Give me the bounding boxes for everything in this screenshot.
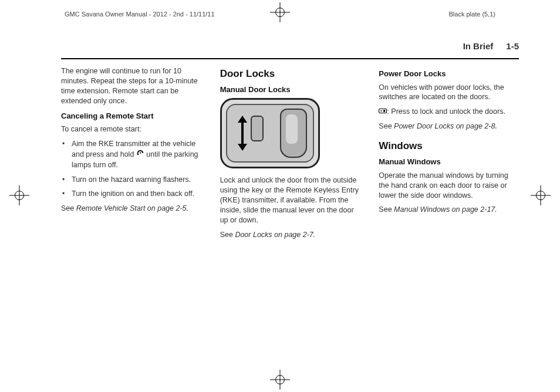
manual-windows-heading: Manual Windows — [379, 157, 519, 167]
canceling-remote-start-heading: Canceling a Remote Start — [61, 111, 201, 121]
manual-lock-body: Lock and unlock the door from the outsid… — [220, 175, 360, 225]
door-locks-heading: Door Locks — [220, 67, 360, 81]
list-item: Turn on the hazard warning flashers. — [61, 175, 201, 185]
see-link-text: Remote Vehicle Start on page 2-5. — [76, 204, 188, 212]
intro-paragraph: The engine will continue to run for 10 m… — [61, 66, 201, 106]
content-frame: In Brief1-5 The engine will continue to … — [61, 41, 519, 245]
running-head: In Brief1-5 — [61, 41, 519, 55]
see-prefix: See — [220, 231, 235, 239]
list-item: Aim the RKE transmitter at the vehicle a… — [61, 139, 201, 170]
power-lock-body-1: On vehicles with power door locks, the s… — [379, 83, 519, 103]
see-link-text: Power Door Locks on page 2-8. — [394, 122, 497, 130]
print-header: GMC Savana Owner Manual - 2012 - 2nd - 1… — [0, 11, 560, 18]
page: GMC Savana Owner Manual - 2012 - 2nd - 1… — [0, 0, 560, 392]
see-prefix: See — [379, 122, 394, 130]
columns: The engine will continue to run for 10 m… — [61, 66, 519, 245]
manual-windows-body: Operate the manual windows by turning th… — [379, 171, 519, 201]
header-left: GMC Savana Owner Manual - 2012 - 2nd - 1… — [65, 11, 215, 18]
column-2: Door Locks Manual Door Locks Lock and un… — [220, 66, 360, 245]
list-item: Turn the ignition on and then back off. — [61, 189, 201, 199]
svg-rect-1 — [384, 110, 386, 112]
see-prefix: See — [379, 205, 394, 214]
registration-mark-bottom — [270, 370, 290, 390]
page-number: 1-5 — [506, 41, 519, 51]
header-rule — [61, 58, 519, 59]
see-reference: See Remote Vehicle Start on page 2-5. — [61, 204, 201, 214]
power-lock-instruction: : Press to lock and unlock the doors. — [379, 107, 519, 117]
registration-mark-left — [9, 185, 29, 205]
column-1: The engine will continue to run for 10 m… — [61, 66, 201, 245]
svg-rect-0 — [379, 109, 387, 113]
cancel-lead: To cancel a remote start: — [61, 124, 201, 134]
up-down-arrow-icon — [238, 116, 247, 151]
see-prefix: See — [61, 204, 76, 212]
manual-door-lock-illustration — [220, 98, 320, 168]
remote-start-icon — [136, 149, 144, 160]
see-reference: See Door Locks on page 2-7. — [220, 230, 360, 240]
see-link-text: Manual Windows on page 2-17. — [394, 205, 497, 214]
power-door-locks-heading: Power Door Locks — [379, 69, 519, 79]
manual-door-locks-heading: Manual Door Locks — [220, 85, 360, 95]
header-right: Black plate (5,1) — [449, 11, 495, 18]
lock-instruction-text: Press to lock and unlock the doors. — [389, 107, 505, 116]
registration-mark-right — [531, 185, 551, 205]
power-lock-icon — [379, 107, 387, 117]
see-reference: See Power Door Locks on page 2-8. — [379, 121, 519, 131]
svg-rect-2 — [380, 110, 383, 111]
column-3: Power Door Locks On vehicles with power … — [379, 66, 519, 245]
cancel-steps-list: Aim the RKE transmitter at the vehicle a… — [61, 139, 201, 199]
section-name: In Brief — [463, 41, 494, 51]
see-reference: See Manual Windows on page 2-17. — [379, 205, 519, 215]
see-link-text: Door Locks on page 2-7. — [235, 231, 315, 239]
windows-heading: Windows — [379, 140, 519, 153]
